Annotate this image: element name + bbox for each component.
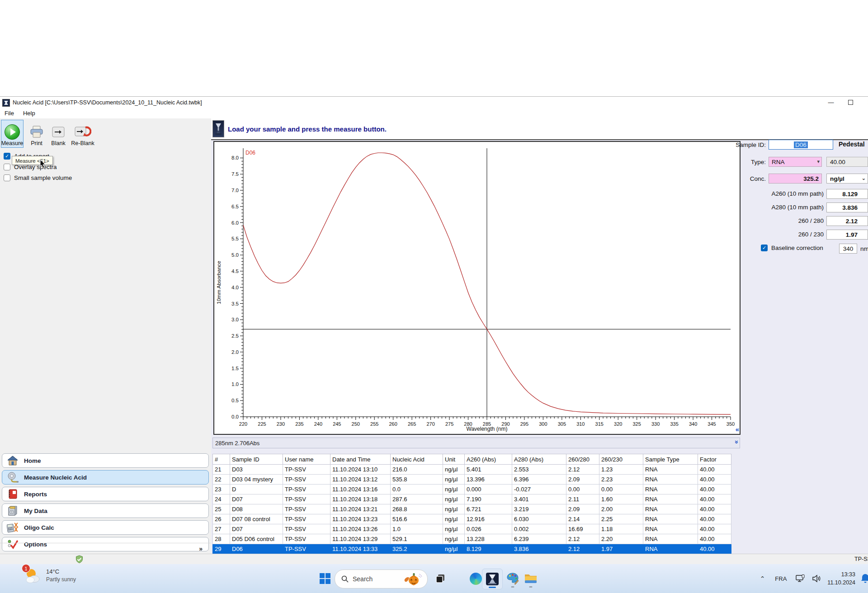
baseline-correction-checkbox[interactable]: ✓ bbox=[761, 245, 768, 251]
search-box[interactable]: Search bbox=[335, 569, 428, 588]
table-cell: RNA bbox=[643, 494, 698, 504]
table-cell: ng/µl bbox=[443, 504, 465, 514]
readout-expand-button[interactable]: » bbox=[733, 440, 741, 443]
conc-unit-combo[interactable]: ng/µl ⌄ bbox=[826, 174, 868, 184]
table-cell: 25 bbox=[213, 504, 230, 514]
column-header[interactable]: Unit bbox=[443, 454, 465, 465]
sample-id-value: D06 bbox=[794, 141, 808, 148]
table-row[interactable]: 28D05 D06 controlTP-SSV11.10.2024 13:295… bbox=[213, 534, 731, 544]
chart-collapse-button[interactable]: « bbox=[736, 425, 738, 433]
table-row[interactable]: 23DTP-SSV11.10.2024 13:160.0ng/µl0.000-0… bbox=[213, 485, 731, 494]
type-factor-field[interactable]: 40.00 bbox=[826, 157, 868, 167]
table-cell: 529.1 bbox=[391, 534, 443, 544]
sidebar-item-oligo-calc[interactable]: Oligo Calc bbox=[2, 520, 209, 535]
sidebar-item-my-data[interactable]: My Data bbox=[2, 504, 209, 518]
column-header[interactable]: # bbox=[213, 454, 230, 465]
table-row[interactable]: 26D07 08 controlTP-SSV11.10.2024 13:2351… bbox=[213, 514, 731, 524]
table-cell: 24 bbox=[213, 494, 230, 504]
print-button[interactable]: Print bbox=[25, 120, 48, 148]
table-cell: RNA bbox=[643, 514, 698, 524]
start-button[interactable] bbox=[315, 569, 335, 588]
speaker-icon[interactable] bbox=[812, 574, 821, 583]
table-cell: 325.2 bbox=[391, 544, 443, 554]
column-header[interactable]: User name bbox=[283, 454, 330, 465]
close-button[interactable]: ✕ bbox=[860, 96, 868, 108]
measure-button[interactable]: Measure bbox=[1, 120, 24, 148]
mouse-cursor-icon bbox=[40, 159, 46, 168]
svg-text:4.5: 4.5 bbox=[231, 268, 239, 274]
table-cell: 27 bbox=[213, 524, 230, 534]
svg-text:255: 255 bbox=[370, 421, 378, 427]
column-header[interactable]: Sample Type bbox=[643, 454, 698, 465]
tray-chevron-up-icon[interactable]: ⌃ bbox=[760, 575, 765, 582]
minimize-button[interactable]: — bbox=[821, 96, 840, 108]
pedestal-label: Pedestal bbox=[839, 141, 868, 148]
svg-text:2.0: 2.0 bbox=[231, 349, 239, 355]
checkbox-small-sample-volume[interactable]: Small sample volume bbox=[4, 174, 72, 182]
table-row[interactable]: 22D03 04 mysteryTP-SSV11.10.2024 13:1253… bbox=[213, 475, 731, 485]
file-explorer-button[interactable] bbox=[521, 569, 541, 588]
table-cell: 6.239 bbox=[512, 534, 566, 544]
screen: { "window": { "title": "Nucleic Acid [C:… bbox=[0, 0, 868, 593]
checked-checkbox-icon[interactable]: ✓ bbox=[4, 153, 10, 160]
sidebar-collapse-strip[interactable]: » bbox=[0, 543, 211, 554]
column-header[interactable]: A280 (Abs) bbox=[512, 454, 566, 465]
column-header[interactable]: A260 (Abs) bbox=[465, 454, 512, 465]
column-header[interactable]: Sample ID bbox=[230, 454, 283, 465]
language-indicator[interactable]: FRA bbox=[775, 575, 787, 582]
table-row[interactable]: 27D07TP-SSV11.10.2024 13:261.0ng/µl0.026… bbox=[213, 524, 731, 534]
clock[interactable]: 13:33 11.10.2024 bbox=[827, 570, 855, 587]
notification-bell-icon[interactable] bbox=[860, 573, 868, 584]
paint-app-button[interactable] bbox=[503, 569, 523, 588]
column-header[interactable]: Nucleic Acid bbox=[391, 454, 443, 465]
svg-text:Wavelength (nm): Wavelength (nm) bbox=[467, 426, 508, 432]
measure-tape-icon bbox=[6, 472, 19, 483]
network-icon[interactable] bbox=[796, 574, 806, 583]
table-cell: 40.00 bbox=[698, 475, 731, 485]
reblank-button[interactable]: Re-Blank bbox=[70, 120, 96, 148]
menu-help[interactable]: Help bbox=[19, 109, 40, 118]
sample-id-input[interactable]: D06 bbox=[769, 140, 833, 150]
table-cell: 2.23 bbox=[599, 475, 643, 485]
table-cell: 40.00 bbox=[698, 494, 731, 504]
table-row[interactable]: 29D06TP-SSV11.10.2024 13:33325.2ng/µl8.1… bbox=[213, 544, 731, 554]
sidebar-item-measure-nucleic-acid[interactable]: Measure Nucleic Acid bbox=[2, 470, 209, 485]
maximize-button[interactable] bbox=[841, 96, 860, 108]
table-cell: 1.23 bbox=[599, 465, 643, 475]
table-cell: 16.69 bbox=[566, 524, 599, 534]
table-cell: TP-SSV bbox=[283, 504, 330, 514]
nanodrop-app-button[interactable] bbox=[482, 569, 503, 589]
unchecked-checkbox-icon[interactable] bbox=[4, 164, 10, 170]
tray-time: 13:33 bbox=[827, 570, 855, 579]
a260-label: A260 (10 mm path) bbox=[771, 190, 824, 197]
table-cell: ng/µl bbox=[443, 494, 465, 504]
unchecked-checkbox-icon[interactable] bbox=[4, 174, 10, 181]
menu-file[interactable]: File bbox=[0, 109, 19, 118]
column-header[interactable]: Date and Time bbox=[330, 454, 391, 465]
sidebar-item-label: Oligo Calc bbox=[24, 524, 54, 531]
sidebar-item-home[interactable]: Home bbox=[2, 453, 209, 468]
instrument-pedestal-icon bbox=[212, 120, 224, 137]
table-cell: TP-SSV bbox=[283, 485, 330, 494]
table-cell: ng/µl bbox=[443, 465, 465, 475]
weather-widget[interactable]: 1 14°C Partly sunny bbox=[24, 567, 76, 584]
sidebar-item-reports[interactable]: Reports bbox=[2, 487, 209, 501]
conc-field[interactable]: 325.2 bbox=[769, 174, 822, 184]
table-cell: 21 bbox=[213, 465, 230, 475]
table-cell: RNA bbox=[643, 485, 698, 494]
table-row[interactable]: 24D07TP-SSV11.10.2024 13:18287.6ng/µl7.1… bbox=[213, 494, 731, 504]
spectrum-chart[interactable]: 2202252302352402452502552602652702752802… bbox=[213, 141, 741, 435]
column-header[interactable]: 260/230 bbox=[599, 454, 643, 465]
table-cell: 13.396 bbox=[465, 475, 512, 485]
table-cell: D07 bbox=[230, 524, 283, 534]
blank-button[interactable]: Blank bbox=[47, 120, 70, 148]
type-combo[interactable]: RNA ▾ bbox=[769, 157, 822, 167]
baseline-wavelength-input[interactable]: 340 bbox=[839, 244, 857, 254]
column-header[interactable]: 260/280 bbox=[566, 454, 599, 465]
spectrum-plot[interactable]: 2202252302352402452502552602652702752802… bbox=[214, 142, 740, 434]
table-row[interactable]: 25D08TP-SSV11.10.2024 13:21268.8ng/µl6.7… bbox=[213, 504, 731, 514]
table-row[interactable]: 21D03TP-SSV11.10.2024 13:10216.0ng/µl5.4… bbox=[213, 465, 731, 475]
task-view-button[interactable] bbox=[430, 569, 450, 588]
column-header[interactable]: Factor bbox=[698, 454, 731, 465]
chevron-down-icon: ▾ bbox=[817, 159, 820, 165]
